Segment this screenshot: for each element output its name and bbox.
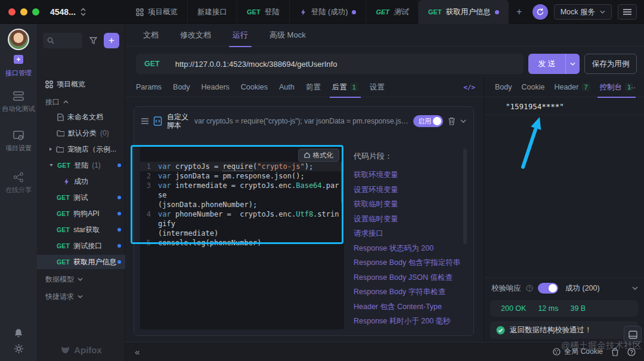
tree-item-login[interactable]: GET 登陆 (1): [37, 158, 125, 172]
close-window-button[interactable]: [8, 8, 16, 16]
tab-login[interactable]: GET 登陆: [237, 0, 290, 24]
req-tab-cookies[interactable]: Cookies: [241, 78, 268, 97]
rail-item-online-share[interactable]: 在线分享: [0, 172, 37, 195]
url-input[interactable]: GET http://127.0.0.1:4523/mock/388694/ge…: [136, 54, 524, 74]
mode-tab-doc[interactable]: 文档: [143, 24, 159, 47]
chevron-up-icon: [63, 100, 69, 104]
tree-section-quick-request[interactable]: 快捷请求: [37, 289, 125, 304]
req-tab-post-processors[interactable]: 后置 1: [332, 78, 358, 97]
snippet-link[interactable]: Response Body 字符串检查: [354, 285, 460, 300]
tab-project-overview[interactable]: 项目概览: [126, 0, 188, 24]
tree-search-input[interactable]: [43, 33, 82, 48]
unsaved-dot: [495, 10, 499, 14]
tree-section-data-models[interactable]: 数据模型: [37, 272, 125, 286]
refresh-icon: [536, 8, 544, 16]
tab-login-success-case[interactable]: 登陆 (成功): [290, 0, 367, 24]
req-tab-body[interactable]: Body: [173, 78, 190, 97]
tree-add-button[interactable]: +: [104, 33, 119, 48]
snippet-link[interactable]: 请求接口: [354, 226, 460, 241]
snippet-link[interactable]: Header 包含 Content-Type: [354, 300, 460, 314]
minimize-window-button[interactable]: [20, 8, 27, 16]
drag-handle-icon[interactable]: [141, 118, 148, 124]
collapse-sidebar-button[interactable]: «: [135, 347, 140, 357]
req-tab-settings[interactable]: 设置: [370, 78, 385, 97]
tree-item-test-api[interactable]: GET 测试接口: [37, 239, 125, 253]
tree-item-default-category[interactable]: 默认分类 (0): [37, 126, 125, 140]
request-section-tabs: Params Body Headers Cookies Auth 前置 后置 1…: [125, 78, 484, 97]
chevron-down-icon: [78, 295, 83, 298]
delete-script-icon[interactable]: [448, 117, 456, 125]
rail-item-automated-testing[interactable]: 自动化测试: [0, 91, 37, 113]
console-log-row[interactable]: "1591954****": [484, 98, 644, 115]
folder-icon: [56, 146, 64, 153]
snippet-link[interactable]: Response Body JSON 值检查: [354, 270, 460, 285]
tree-item-star-fetch[interactable]: GET star获取: [37, 223, 125, 237]
maximize-window-button[interactable]: [32, 8, 39, 16]
snippet-link[interactable]: Response 耗时小于 200 毫秒: [354, 314, 460, 329]
filter-icon: [89, 37, 97, 44]
mode-tab-advanced-mock[interactable]: 高级 Mock: [270, 24, 306, 47]
snippet-link[interactable]: 获取环境变量: [354, 168, 460, 183]
save-as-case-button[interactable]: 保存为用例: [584, 54, 637, 74]
request-config-pane: Params Body Headers Cookies Auth 前置 后置 1…: [125, 78, 484, 342]
response-section-tabs: Body Cookie Header 7 控制台 1 ⋯: [484, 78, 644, 97]
mode-tab-edit-doc[interactable]: 修改文档: [180, 24, 211, 47]
sync-button[interactable]: [532, 4, 548, 20]
api-tree-panel: + 项目概览 接口 未命名文档 默认分类 (0) 宠物店（示例... GET 登…: [37, 24, 125, 361]
req-tab-params[interactable]: Params: [136, 78, 162, 97]
editor-scrollbar[interactable]: [341, 162, 343, 203]
tree-item-test[interactable]: GET 测试: [37, 190, 125, 205]
tab-get-user-info[interactable]: GET 获取用户信息: [419, 0, 509, 24]
document-icon: [57, 113, 64, 121]
snippet-link[interactable]: Response Body 包含字指定符串: [354, 255, 460, 270]
menu-button[interactable]: [618, 4, 637, 20]
validation-result-row: 返回数据结构校验通过！: [490, 321, 638, 339]
chevron-down-icon: [570, 62, 575, 66]
script-file-icon: [153, 116, 162, 126]
tab-new-api[interactable]: 新建接口: [188, 0, 237, 24]
snippet-link[interactable]: Response 状态码为 200: [354, 241, 460, 256]
tree-item-login-success-case[interactable]: 成功: [37, 174, 125, 189]
mode-tab-run[interactable]: 运行: [233, 24, 248, 47]
tree-item-unnamed-doc[interactable]: 未命名文档: [37, 110, 125, 124]
code-line: var phoneNumber = cryptoJs.enc.Utf8.stri…: [158, 209, 344, 229]
resp-tab-body[interactable]: Body: [495, 78, 512, 97]
unsaved-dot: [352, 10, 356, 14]
send-button[interactable]: 发 送: [528, 54, 580, 74]
user-avatar[interactable]: [8, 29, 29, 50]
environment-select[interactable]: Mock 服务: [554, 4, 612, 20]
snippets-scrollbar[interactable]: [463, 149, 467, 244]
snippet-link[interactable]: 设置临时变量: [354, 212, 460, 227]
tree-section-interface[interactable]: 接口: [37, 95, 125, 109]
validate-toggle[interactable]: [538, 283, 558, 294]
project-switcher[interactable]: 4548...: [50, 0, 86, 24]
req-tab-pre-processors[interactable]: 前置: [306, 78, 321, 97]
add-tab-button[interactable]: +: [509, 0, 530, 24]
send-options-button[interactable]: [565, 54, 580, 74]
snippet-link[interactable]: 获取临时变量: [354, 197, 460, 212]
rail-item-project-settings[interactable]: 项目设置: [0, 130, 37, 153]
req-tab-auth[interactable]: Auth: [279, 78, 295, 97]
window-controls[interactable]: [8, 8, 39, 16]
tab-test-preview[interactable]: GET 测试: [366, 0, 419, 24]
resp-tab-cookie[interactable]: Cookie: [522, 78, 545, 97]
validate-collapse-icon[interactable]: [632, 286, 638, 290]
format-button[interactable]: 格式化: [298, 149, 340, 162]
tree-item-dog-api[interactable]: GET 狗狗API: [37, 206, 125, 221]
snippet-link[interactable]: 设置环境变量: [354, 183, 460, 198]
script-enable-toggle[interactable]: 启用: [413, 115, 443, 127]
code-view-icon[interactable]: </>: [463, 84, 475, 91]
script-code-editor[interactable]: 格式化 1var cryptoJs = require("crypto-js")…: [140, 145, 344, 329]
req-tab-headers[interactable]: Headers: [202, 78, 230, 97]
resp-tab-header[interactable]: Header 7: [554, 78, 590, 97]
app-settings-button[interactable]: [0, 344, 37, 354]
tree-item-petstore-folder[interactable]: 宠物店（示例...: [37, 142, 125, 156]
collapse-script-icon[interactable]: [460, 119, 466, 123]
tree-item-project-overview[interactable]: 项目概览: [37, 77, 125, 91]
rail-item-api-management[interactable]: 接口管理: [0, 54, 37, 78]
notifications-button[interactable]: [0, 328, 37, 338]
updown-chevron-icon: [80, 8, 86, 16]
tree-item-get-user-info[interactable]: GET 获取用户信息: [37, 255, 125, 269]
response-more-button[interactable]: ⋯: [628, 83, 636, 92]
tree-filter-button[interactable]: [86, 33, 100, 48]
